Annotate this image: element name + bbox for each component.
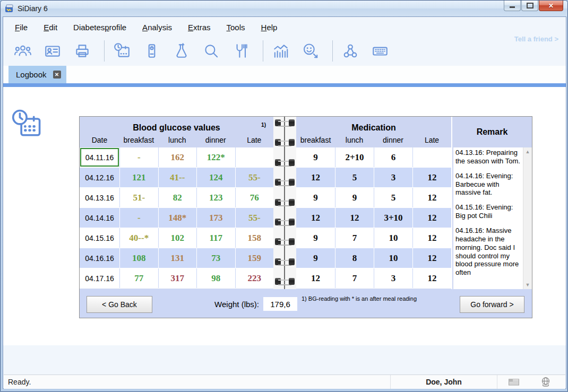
tell-a-friend-link[interactable]: Tell a friend > <box>514 35 558 43</box>
med-value-cell[interactable]: 3 <box>374 268 412 288</box>
weight-input[interactable] <box>263 297 297 311</box>
med-value-cell[interactable]: 5 <box>335 168 374 187</box>
menu-analysis[interactable]: Analysis <box>142 23 172 32</box>
med-value-cell[interactable]: 9 <box>296 248 335 268</box>
remark-scrollbar[interactable]: ▲ ▼ <box>523 147 532 289</box>
bg-value-cell[interactable]: 40--* <box>119 228 158 248</box>
bg-value-cell[interactable]: 122* <box>196 147 235 167</box>
bg-value-cell[interactable]: 55- <box>235 168 274 187</box>
maximize-button[interactable] <box>521 1 538 11</box>
bg-date-cell[interactable]: 04.16.16 <box>80 248 119 268</box>
menu-file[interactable]: File <box>15 23 28 32</box>
search-icon[interactable] <box>202 42 220 60</box>
med-value-cell[interactable]: 9 <box>335 188 374 207</box>
bg-date-cell[interactable]: 04.15.16 <box>80 228 119 248</box>
bg-value-cell[interactable]: - <box>119 147 158 167</box>
bg-date-cell[interactable]: 04.11.16 <box>80 147 119 167</box>
bg-value-cell[interactable]: 73 <box>196 248 235 268</box>
share-icon[interactable] <box>341 42 359 60</box>
go-forward-button[interactable]: Go forward > <box>460 296 524 313</box>
bg-value-cell[interactable]: 148* <box>158 208 197 228</box>
bg-value-cell[interactable]: 131 <box>158 248 197 268</box>
bg-value-cell[interactable]: 158 <box>235 228 274 248</box>
med-value-cell[interactable]: 12 <box>412 188 451 207</box>
bg-value-cell[interactable]: 223 <box>235 268 274 288</box>
bg-value-cell[interactable]: 117 <box>196 228 235 248</box>
bg-value-cell[interactable] <box>235 147 274 167</box>
remark-text[interactable]: 04.13.16: Prepairing the season with Tom… <box>455 149 522 289</box>
nutrition-icon[interactable] <box>232 42 250 60</box>
bg-value-cell[interactable]: 162 <box>158 147 197 167</box>
med-value-cell[interactable] <box>412 147 451 167</box>
med-value-cell[interactable]: 12 <box>335 208 374 228</box>
flask-icon[interactable] <box>173 42 191 60</box>
bg-col-date: Date <box>80 136 119 144</box>
med-value-cell[interactable]: 12 <box>412 228 451 248</box>
med-value-cell[interactable]: 12 <box>296 168 335 187</box>
med-value-cell[interactable]: 10 <box>374 228 412 248</box>
bg-value-cell[interactable]: 77 <box>119 268 158 288</box>
bg-value-cell[interactable]: 82 <box>158 188 197 207</box>
bg-value-cell[interactable]: 76 <box>235 188 274 207</box>
med-value-cell[interactable]: 9 <box>296 147 335 167</box>
med-value-cell[interactable]: 5 <box>374 188 412 207</box>
bg-value-cell[interactable]: 123 <box>196 188 235 207</box>
bg-value-cell[interactable]: 108 <box>119 248 158 268</box>
med-value-cell[interactable]: 9 <box>296 188 335 207</box>
med-value-cell[interactable]: 12 <box>412 248 451 268</box>
bg-date-cell[interactable]: 04.14.16 <box>80 208 119 228</box>
menu-diabetesprofile[interactable]: Diabetesprofile <box>73 23 126 32</box>
med-value-cell[interactable]: 9 <box>296 228 335 248</box>
bg-date-cell[interactable]: 04.12.16 <box>80 168 119 187</box>
bg-value-cell[interactable]: 121 <box>119 168 158 187</box>
med-value-cell[interactable]: 8 <box>335 248 374 268</box>
minimize-button[interactable] <box>504 1 521 11</box>
go-back-button[interactable]: < Go Back <box>87 296 152 313</box>
printer-icon[interactable] <box>73 42 91 60</box>
med-value-cell[interactable]: 2+10 <box>335 147 374 167</box>
bg-value-cell[interactable]: 51- <box>119 188 158 207</box>
calendar-clock-icon[interactable] <box>113 42 131 60</box>
statistics-icon[interactable] <box>272 42 290 60</box>
bg-value-cell[interactable]: - <box>119 208 158 228</box>
med-value-cell[interactable]: 7 <box>335 268 374 288</box>
tab-close-icon[interactable]: ✕ <box>53 71 61 79</box>
tab-logbook[interactable]: Logbook ✕ <box>8 66 66 83</box>
bg-value-cell[interactable]: 102 <box>158 228 197 248</box>
med-value-cell[interactable]: 12 <box>412 268 451 288</box>
med-value-cell[interactable]: 7 <box>335 228 374 248</box>
med-value-cell[interactable]: 12 <box>296 268 335 288</box>
close-window-button[interactable]: ✕ <box>539 1 563 11</box>
globe-icon[interactable] <box>540 377 551 387</box>
menu-tools[interactable]: Tools <box>227 23 245 32</box>
bg-date-cell[interactable]: 04.17.16 <box>80 268 119 288</box>
bg-value-cell[interactable]: 124 <box>196 168 235 187</box>
glucose-meter-icon[interactable] <box>143 42 161 60</box>
id-card-icon[interactable] <box>44 42 62 60</box>
med-value-cell[interactable]: 10 <box>374 248 412 268</box>
bg-value-cell[interactable]: 317 <box>158 268 197 288</box>
menu-edit[interactable]: Edit <box>44 23 57 32</box>
users-icon[interactable] <box>14 42 32 60</box>
menu-help[interactable]: Help <box>261 23 278 32</box>
menu-extras[interactable]: Extras <box>188 23 211 32</box>
scroll-up-icon[interactable]: ▲ <box>523 147 532 156</box>
keyboard-icon[interactable] <box>371 42 389 60</box>
med-value-cell[interactable]: 12 <box>296 208 335 228</box>
med-value-cell[interactable]: 3+10 <box>374 208 412 228</box>
smiley-export-icon[interactable] <box>302 42 320 60</box>
bg-value-cell[interactable]: 41-- <box>158 168 197 187</box>
med-value-cell[interactable]: 12 <box>412 208 451 228</box>
bg-value-cell[interactable]: 159 <box>235 248 274 268</box>
med-value-cell[interactable]: 12 <box>412 168 451 187</box>
med-value-cell[interactable]: 3 <box>374 168 412 187</box>
med-value-cell[interactable]: 6 <box>374 147 412 167</box>
remark-body[interactable]: 04.13.16: Prepairing the season with Tom… <box>453 147 532 289</box>
bg-value-cell[interactable]: 98 <box>196 268 235 288</box>
scroll-down-icon[interactable]: ▼ <box>523 281 532 289</box>
title-bar[interactable]: SiDiary 6 ✕ <box>1 1 567 16</box>
bg-value-cell[interactable]: 55- <box>235 208 274 228</box>
bg-date-cell[interactable]: 04.13.16 <box>80 188 119 207</box>
language-flag-icon[interactable] <box>508 378 520 386</box>
bg-value-cell[interactable]: 173 <box>196 208 235 228</box>
